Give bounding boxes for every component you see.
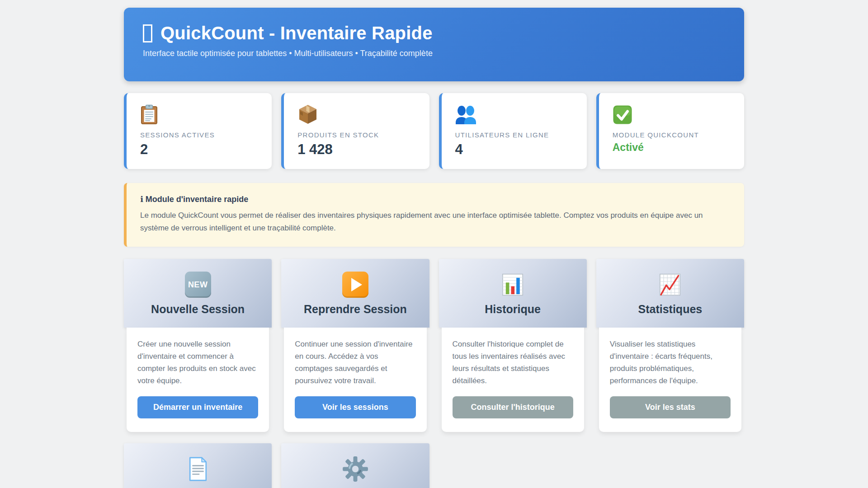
header-banner: QuickCount - Inventaire Rapide Interface…: [124, 8, 744, 81]
card-statistiques: Statistiques Visualiser les statistiques…: [596, 259, 744, 432]
card-reprendre-session: Reprendre Session Continuer une session …: [281, 259, 429, 432]
new-icon: NEW: [185, 271, 211, 299]
card-historique: Historique Consulter l'historique comple…: [439, 259, 587, 432]
info-banner-title: ℹ Module d'inventaire rapide: [140, 194, 731, 204]
card-nouvelle-session-header[interactable]: NEW Nouvelle Session: [124, 259, 272, 328]
info-banner: ℹ Module d'inventaire rapide Le module Q…: [124, 183, 744, 247]
stat-label: Module QuickCount: [613, 131, 732, 139]
stat-card-users: Utilisateurs en ligne 4: [439, 93, 587, 169]
card-description: Continuer une session d'inventaire en co…: [295, 338, 415, 389]
card-description: Créer une nouvelle session d'inventaire …: [137, 338, 258, 389]
card-historique-header[interactable]: Historique: [439, 259, 587, 328]
play-icon: [342, 271, 368, 299]
stat-card-module: Module QuickCount Activé: [596, 93, 744, 169]
gear-icon: [342, 455, 368, 483]
card-statistiques-header[interactable]: Statistiques: [596, 259, 744, 328]
missing-glyph-icon: [143, 24, 152, 42]
chart-increasing-icon: [657, 271, 683, 299]
card-nouvelle-session: NEW Nouvelle Session Créer une nouvelle …: [124, 259, 272, 432]
page-subtitle: Interface tactile optimisée pour tablett…: [143, 49, 725, 58]
card-title: Reprendre Session: [304, 303, 407, 316]
module-status-badge: Activé: [613, 141, 732, 154]
view-sessions-button[interactable]: Voir les sessions: [295, 396, 415, 418]
users-icon: [455, 103, 575, 125]
extra-actions-row: Rapports PDF: [124, 443, 744, 488]
page-container: QuickCount - Inventaire Rapide Interface…: [124, 0, 744, 488]
page-title-text: QuickCount - Inventaire Rapide: [160, 23, 433, 43]
card-configuration[interactable]: Configuration: [281, 443, 429, 488]
card-description: Visualiser les statistiques d'inventaire…: [610, 338, 731, 389]
page-title: QuickCount - Inventaire Rapide: [143, 23, 725, 43]
view-history-button[interactable]: Consulter l'historique: [453, 396, 573, 418]
stat-value: 1 428: [297, 141, 417, 158]
stat-label: Produits en stock: [297, 131, 417, 139]
check-icon: [613, 103, 732, 125]
stat-label: Sessions actives: [140, 131, 260, 139]
clipboard-icon: [140, 103, 260, 125]
actions-row: NEW Nouvelle Session Créer une nouvelle …: [124, 259, 744, 432]
card-title: Nouvelle Session: [151, 303, 245, 316]
stat-card-products: Produits en stock 1 428: [281, 93, 429, 169]
info-banner-text: Le module QuickCount vous permet de réal…: [140, 209, 723, 235]
document-icon: [188, 455, 208, 483]
card-description: Consulter l'historique complet de tous l…: [453, 338, 573, 389]
stat-value: 2: [140, 141, 260, 158]
stats-row: Sessions actives 2 Produits en stock 1 4…: [124, 93, 744, 169]
start-inventory-button[interactable]: Démarrer un inventaire: [137, 396, 258, 418]
card-rapports-pdf[interactable]: Rapports PDF: [124, 443, 272, 488]
card-title: Historique: [485, 303, 541, 316]
card-reprendre-session-header[interactable]: Reprendre Session: [281, 259, 429, 328]
stat-value: 4: [455, 141, 575, 158]
stat-card-sessions: Sessions actives 2: [124, 93, 272, 169]
view-stats-button[interactable]: Voir les stats: [610, 396, 731, 418]
card-title: Statistiques: [638, 303, 703, 316]
bar-chart-icon: [500, 271, 525, 299]
stat-label: Utilisateurs en ligne: [455, 131, 575, 139]
package-icon: [297, 103, 417, 125]
